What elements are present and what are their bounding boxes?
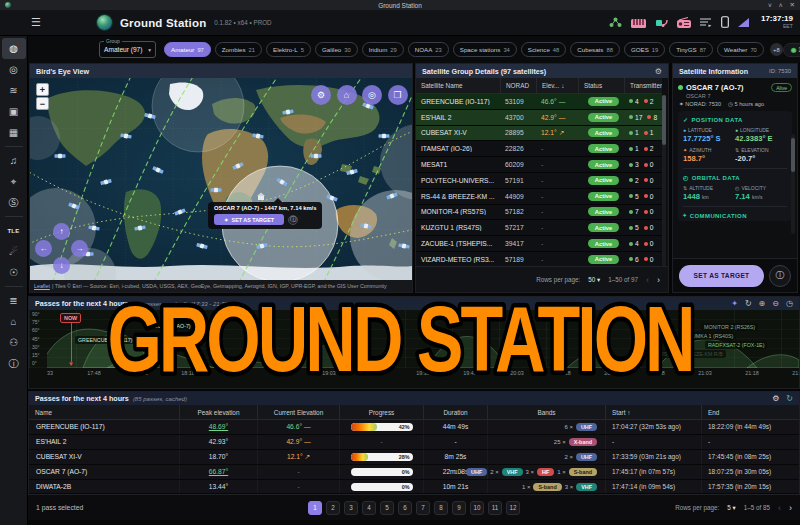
- sidebar-item-about-icon[interactable]: ⓘ: [2, 353, 26, 374]
- rows-per-page-select[interactable]: 5 ▾: [727, 504, 735, 511]
- sidebar-item-orbit-icon[interactable]: ☄: [2, 241, 26, 262]
- group-chip-cubesats[interactable]: Cubesats88: [570, 42, 620, 57]
- group-chip-goes[interactable]: GOES19: [624, 42, 665, 57]
- group-chip-weather[interactable]: Weather70: [717, 42, 764, 57]
- page-button-4[interactable]: 4: [362, 501, 376, 515]
- map-home-button[interactable]: ⌂: [337, 85, 357, 105]
- sidebar-item-schedule-icon[interactable]: ▦: [2, 122, 26, 143]
- sidebar-item-tuners-icon[interactable]: ≣: [2, 290, 26, 311]
- pass-row[interactable]: CUBESAT XI-V18.70°12.1° ↗28%8m 25s2 ×UHF…: [29, 450, 799, 465]
- satellite-row[interactable]: RS-44 & BREEZE-KM ...44909-Active50: [416, 189, 662, 205]
- page-button-7[interactable]: 7: [416, 501, 430, 515]
- satellite-row[interactable]: ZACUBE-1 (TSHEPIS...39417-Active40: [416, 236, 662, 252]
- zoom-out-icon[interactable]: ⊖: [772, 299, 779, 308]
- column-header-duration[interactable]: Duration: [423, 405, 487, 419]
- page-button-6[interactable]: 6: [398, 501, 412, 515]
- map-settings-button[interactable]: ⚙: [311, 85, 331, 105]
- column-header-elev-[interactable]: Elev... ↓: [536, 78, 578, 93]
- sidebar-item-radio-icon[interactable]: ♫: [2, 150, 26, 171]
- column-header-peak-elevation[interactable]: Peak elevation: [179, 405, 257, 419]
- zoom-in-icon[interactable]: ⊕: [759, 299, 766, 308]
- column-header-bands[interactable]: Bands: [487, 405, 605, 419]
- sidebar-item-sdr-icon[interactable]: Ⓢ: [2, 192, 26, 213]
- network-users-icon[interactable]: [609, 17, 622, 28]
- page-button-9[interactable]: 9: [452, 501, 466, 515]
- map-pan-right-button[interactable]: →: [71, 240, 88, 257]
- page-button-12[interactable]: 12: [506, 501, 520, 515]
- satellite-info-scrollbar[interactable]: [791, 134, 795, 234]
- map-zoom-out-button[interactable]: −: [36, 97, 49, 110]
- timeline-chart[interactable]: 90°75°60°45°30°15°0° GREENCUBE (IO-117)O…: [29, 310, 799, 368]
- piano-icon[interactable]: [631, 17, 646, 28]
- set-as-target-button[interactable]: SET AS TARGET: [679, 265, 764, 287]
- column-header-current-elevation[interactable]: Current Elevation: [257, 405, 339, 419]
- map-zoom-in-button[interactable]: +: [36, 83, 49, 96]
- satellite-tracker-icon[interactable]: [655, 17, 668, 28]
- pass-row[interactable]: DIWATA-2B13.44°-0%10m 21s1 ×S-band3 ×VHF…: [29, 480, 799, 494]
- page-button-3[interactable]: 3: [344, 501, 358, 515]
- page-button-8[interactable]: 8: [434, 501, 448, 515]
- page-button-10[interactable]: 10: [470, 501, 484, 515]
- pass-row[interactable]: OSCAR 7 (AO-7)66.87°-0%22m 08s1 ×UHF2 ×V…: [29, 465, 799, 480]
- column-header-transmitters[interactable]: Transmitters: [624, 78, 662, 93]
- column-header-norad[interactable]: NORAD: [500, 78, 536, 93]
- satellite-row[interactable]: MONITOR-4 (RS57S)57182-Active70: [416, 205, 662, 221]
- draw-icon[interactable]: [738, 18, 749, 27]
- satellite-row[interactable]: ES'HAIL 24370042.9° —Active178: [416, 110, 662, 126]
- sidebar-item-tle[interactable]: TLE: [2, 220, 26, 241]
- tooltip-set-target-button[interactable]: ✦SET AS TARGET: [214, 214, 284, 225]
- info-icon-button[interactable]: ⓘ: [769, 265, 791, 287]
- sidebar-item-station-icon[interactable]: ⌂: [2, 311, 26, 332]
- refresh-icon[interactable]: ↻: [745, 299, 752, 308]
- queue-icon[interactable]: [700, 17, 712, 27]
- pass-row[interactable]: ES'HAIL 242.93°42.9° —--25 ×X-band--: [29, 435, 799, 450]
- gear-icon[interactable]: ⚙: [655, 67, 662, 76]
- next-page-icon[interactable]: ›: [789, 503, 792, 513]
- sidebar-item-library-icon[interactable]: ▣: [2, 101, 26, 122]
- page-button-2[interactable]: 2: [326, 501, 340, 515]
- group-chip-iridium[interactable]: Iridium29: [362, 42, 404, 57]
- column-header-end[interactable]: End: [701, 405, 799, 419]
- settings-icon[interactable]: ⚙: [772, 394, 779, 403]
- leaflet-link[interactable]: Leaflet: [34, 283, 50, 289]
- satellite-row[interactable]: MESAT160209-Active30: [416, 157, 662, 173]
- map-pan-left-button[interactable]: ←: [35, 240, 52, 257]
- prev-page-icon[interactable]: ‹: [646, 275, 649, 285]
- sidebar-item-rotator-icon[interactable]: ⌖: [2, 171, 26, 192]
- column-header-start-[interactable]: Start ↑: [605, 405, 701, 419]
- group-chip-amateur[interactable]: Amateur97: [164, 42, 211, 57]
- sidebar-item-world-icon[interactable]: ☉: [2, 262, 26, 283]
- group-chip-science[interactable]: Science48: [521, 42, 566, 57]
- rows-per-page-select[interactable]: 50 ▾: [588, 276, 600, 283]
- column-header-status[interactable]: Status: [578, 78, 624, 93]
- map-pan-up-button[interactable]: ↑: [53, 223, 70, 240]
- group-chip-elektro-l[interactable]: Elektro-L5: [266, 42, 311, 57]
- satellite-row[interactable]: GREENCUBE (IO-117)5310946.6° —Active42: [416, 94, 662, 110]
- pass-row[interactable]: GREENCUBE (IO-117)48.69°46.6° —42%44m 49…: [29, 420, 799, 435]
- page-button-1[interactable]: 1: [308, 501, 322, 515]
- chips-overflow-button[interactable]: +8: [770, 43, 783, 56]
- next-page-icon[interactable]: ›: [657, 275, 660, 285]
- group-chip-space-stations[interactable]: Space stations34: [453, 42, 517, 57]
- refresh-icon[interactable]: ↻: [786, 394, 793, 403]
- window-minimize-icon[interactable]: ˅: [768, 2, 772, 9]
- group-chip-zombies[interactable]: Zombies21: [215, 42, 262, 57]
- group-select[interactable]: Group Amateur (97) ▾: [99, 41, 156, 58]
- column-header-satellite-name[interactable]: Satellite Name: [416, 78, 500, 93]
- satellite-icon[interactable]: ✦: [731, 299, 738, 308]
- group-chip-noaa[interactable]: NOAA23: [408, 42, 449, 57]
- tooltip-info-button[interactable]: ⓘ: [288, 215, 298, 225]
- history-icon[interactable]: ◷: [786, 299, 793, 308]
- column-header-progress[interactable]: Progress: [339, 405, 423, 419]
- page-button-11[interactable]: 11: [488, 501, 502, 515]
- radio-icon[interactable]: [677, 17, 691, 28]
- map-locate-button[interactable]: ◎: [362, 85, 382, 105]
- group-chip-galileo[interactable]: Galileo30: [315, 42, 358, 57]
- sidebar-item-operators-icon[interactable]: ⚇: [2, 332, 26, 353]
- map-pan-down-button[interactable]: ↓: [53, 257, 70, 274]
- sidebar-item-tracking-icon[interactable]: ◎: [2, 59, 26, 80]
- world-map[interactable]: + − ⚙⌂◎❐ ↑ ← → ↓ OSCAR 7 (AO-7) - 1447 k…: [30, 78, 412, 280]
- map-fullscreen-button[interactable]: ❐: [388, 85, 408, 105]
- satellite-row[interactable]: POLYTECH-UNIVERS...57191-Active20: [416, 173, 662, 189]
- group-chip-tinygs[interactable]: TinyGS87: [669, 42, 713, 57]
